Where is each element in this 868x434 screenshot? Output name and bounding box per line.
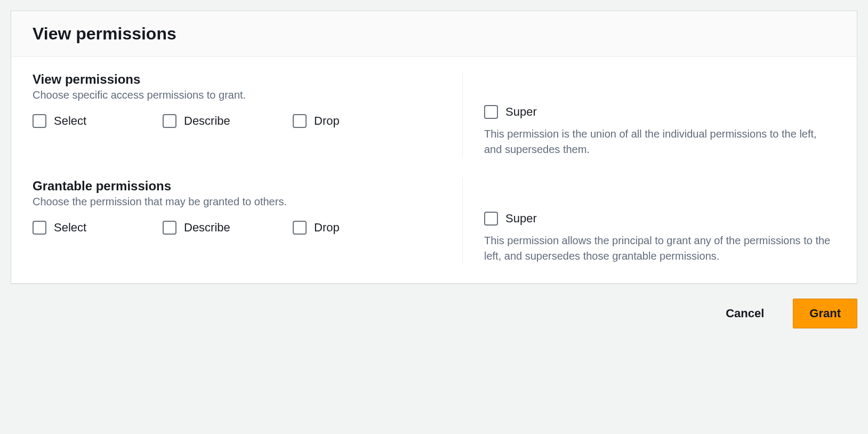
grantable-select-checkbox[interactable]: Select (33, 221, 150, 235)
checkbox-icon (33, 221, 46, 235)
panel-body: View permissions Choose specific access … (11, 57, 857, 283)
view-select-checkbox[interactable]: Select (33, 114, 150, 128)
view-select-label: Select (54, 114, 86, 128)
permissions-panel: View permissions View permissions Choose… (11, 11, 857, 284)
checkbox-icon (293, 221, 307, 235)
grant-button[interactable]: Grant (793, 299, 857, 328)
view-describe-label: Describe (184, 114, 230, 128)
checkbox-icon (484, 212, 498, 226)
view-describe-checkbox[interactable]: Describe (163, 114, 280, 128)
checkbox-icon (163, 221, 176, 235)
cancel-button[interactable]: Cancel (710, 299, 780, 328)
view-drop-label: Drop (314, 114, 340, 128)
view-super-checkbox[interactable]: Super (484, 105, 835, 119)
grantable-permissions-left: Grantable permissions Choose the permiss… (33, 179, 462, 264)
view-options-row: Select Describe Drop (33, 114, 441, 128)
view-permissions-section: View permissions Choose specific access … (33, 72, 835, 157)
view-super-description: This permission is the union of all the … (484, 126, 835, 157)
view-super-label: Super (505, 105, 537, 119)
button-bar: Cancel Grant (11, 284, 857, 328)
grantable-permissions-section: Grantable permissions Choose the permiss… (33, 179, 835, 264)
view-permissions-right: Super This permission is the union of al… (462, 72, 835, 157)
grantable-select-label: Select (54, 221, 86, 235)
grantable-drop-checkbox[interactable]: Drop (293, 221, 410, 235)
view-section-description: Choose specific access permissions to gr… (33, 89, 441, 101)
grantable-super-label: Super (505, 212, 537, 226)
grantable-drop-label: Drop (314, 221, 340, 235)
panel-title: View permissions (33, 24, 835, 44)
grantable-section-description: Choose the permission that may be grante… (33, 196, 441, 208)
view-drop-checkbox[interactable]: Drop (293, 114, 410, 128)
panel-header: View permissions (11, 11, 857, 57)
grantable-options-row: Select Describe Drop (33, 221, 441, 235)
grantable-super-description: This permission allows the principal to … (484, 233, 835, 264)
grantable-super-checkbox[interactable]: Super (484, 212, 835, 226)
grantable-describe-label: Describe (184, 221, 230, 235)
checkbox-icon (33, 114, 46, 128)
checkbox-icon (484, 105, 498, 119)
checkbox-icon (163, 114, 176, 128)
checkbox-icon (293, 114, 307, 128)
grantable-describe-checkbox[interactable]: Describe (163, 221, 280, 235)
view-permissions-left: View permissions Choose specific access … (33, 72, 462, 157)
grantable-section-title: Grantable permissions (33, 179, 441, 194)
grantable-permissions-right: Super This permission allows the princip… (462, 179, 835, 264)
view-section-title: View permissions (33, 72, 441, 87)
